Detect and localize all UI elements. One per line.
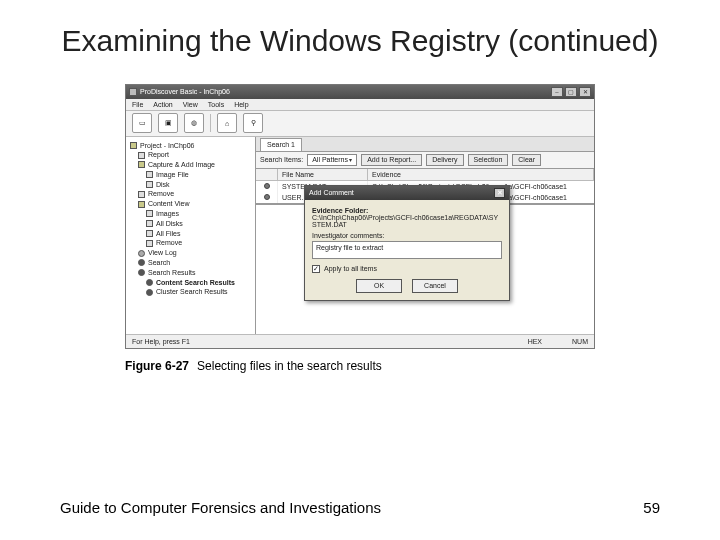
folder-icon bbox=[138, 161, 145, 168]
tree-add[interactable]: Capture & Add Image bbox=[128, 160, 253, 170]
tree-contentview[interactable]: Content View bbox=[128, 199, 253, 209]
figure-caption: Figure 6-27Selecting files in the search… bbox=[125, 359, 595, 373]
apply-all-checkbox[interactable]: ✓ Apply to all items bbox=[312, 265, 502, 273]
doc-icon bbox=[146, 220, 153, 227]
doc-icon bbox=[146, 210, 153, 217]
investigator-comments-input[interactable]: Registry file to extract bbox=[312, 241, 502, 259]
search-icon bbox=[138, 259, 145, 266]
status-help-text: For Help, press F1 bbox=[132, 338, 190, 345]
add-to-report-button[interactable]: Add to Report... bbox=[361, 154, 422, 166]
tree-searchresults-label: Search Results bbox=[148, 268, 195, 278]
delivery-button[interactable]: Delivery bbox=[426, 154, 463, 166]
tree-remove[interactable]: Remove bbox=[128, 189, 253, 199]
tree-report[interactable]: Report bbox=[128, 150, 253, 160]
slide-title: Examining the Windows Registry (continue… bbox=[0, 0, 720, 60]
patterns-dropdown[interactable]: All Patterns▾ bbox=[307, 154, 357, 166]
search-tabs: Search 1 bbox=[256, 137, 594, 151]
menubar: File Action View Tools Help bbox=[126, 99, 594, 111]
tree-disk-label: Disk bbox=[156, 180, 170, 190]
tree-contentsearch[interactable]: Content Search Results bbox=[128, 278, 253, 288]
toolbar-open-button[interactable]: ▣ bbox=[158, 113, 178, 133]
tree-imagefile-label: Image File bbox=[156, 170, 189, 180]
home-icon: ⌂ bbox=[225, 120, 229, 127]
menu-action[interactable]: Action bbox=[153, 101, 172, 108]
status-hex: HEX bbox=[528, 338, 542, 345]
tree-alldisks[interactable]: All Disks bbox=[128, 219, 253, 229]
search-icon bbox=[146, 279, 153, 286]
toolbar-save-button[interactable]: ◍ bbox=[184, 113, 204, 133]
tree-panel: Project - InChp06 Report Capture & Add I… bbox=[126, 137, 256, 334]
toolbar: ▭ ▣ ◍ ⌂ ⚲ bbox=[126, 111, 594, 137]
tree-allfiles[interactable]: All Files bbox=[128, 229, 253, 239]
disk-icon: ◍ bbox=[191, 119, 197, 127]
patterns-dropdown-value: All Patterns bbox=[312, 156, 348, 163]
doc-icon bbox=[146, 240, 153, 247]
doc-icon bbox=[146, 181, 153, 188]
menu-help[interactable]: Help bbox=[234, 101, 248, 108]
tree-contentsearch-label: Content Search Results bbox=[156, 278, 235, 288]
menu-file[interactable]: File bbox=[132, 101, 143, 108]
tree-clustersearch[interactable]: Cluster Search Results bbox=[128, 287, 253, 297]
tree-contentview-label: Content View bbox=[148, 199, 190, 209]
clear-button[interactable]: Clear bbox=[512, 154, 541, 166]
dialog-title: Add Comment bbox=[309, 189, 354, 196]
tree-root[interactable]: Project - InChp06 bbox=[128, 141, 253, 151]
page-number: 59 bbox=[643, 499, 660, 516]
app-icon bbox=[129, 88, 137, 96]
tab-search1[interactable]: Search 1 bbox=[260, 138, 302, 151]
col-evidence[interactable]: Evidence bbox=[368, 169, 594, 180]
app-window: ProDiscover Basic - InChp06 – ▢ ✕ File A… bbox=[125, 84, 595, 349]
cancel-button[interactable]: Cancel bbox=[412, 279, 458, 293]
dialog-titlebar: Add Comment ✕ bbox=[305, 186, 509, 200]
window-title: ProDiscover Basic - InChp06 bbox=[140, 88, 230, 95]
tree-images-label: Images bbox=[156, 209, 179, 219]
search-bar: Search Items: All Patterns▾ Add to Repor… bbox=[256, 151, 594, 169]
tree-images[interactable]: Images bbox=[128, 209, 253, 219]
tree-remove2[interactable]: Remove bbox=[128, 238, 253, 248]
toolbar-search-button[interactable]: ⚲ bbox=[243, 113, 263, 133]
window-titlebar: ProDiscover Basic - InChp06 – ▢ ✕ bbox=[126, 85, 594, 99]
results-header: File Name Evidence bbox=[256, 169, 594, 181]
add-comment-dialog: Add Comment ✕ Evidence Folder: C:\InChp\… bbox=[304, 185, 510, 301]
col-status[interactable] bbox=[256, 169, 278, 180]
doc-icon bbox=[146, 171, 153, 178]
maximize-button[interactable]: ▢ bbox=[565, 87, 577, 97]
toolbar-new-button[interactable]: ▭ bbox=[132, 113, 152, 133]
figure-caption-text: Selecting files in the search results bbox=[197, 359, 382, 373]
status-icon bbox=[264, 183, 270, 189]
folder-icon bbox=[138, 201, 145, 208]
selection-button[interactable]: Selection bbox=[468, 154, 509, 166]
evidence-folder-value: C:\InChp\Chap06\Projects\GCFI-ch06case1a… bbox=[312, 214, 502, 228]
tree-viewlog-label: View Log bbox=[148, 248, 177, 258]
folder-icon: ▣ bbox=[165, 119, 172, 127]
col-filename[interactable]: File Name bbox=[278, 169, 368, 180]
tree-viewlog[interactable]: View Log bbox=[128, 248, 253, 258]
search-icon: ⚲ bbox=[251, 119, 256, 127]
evidence-folder-label: Evidence Folder: bbox=[312, 207, 502, 214]
menu-view[interactable]: View bbox=[183, 101, 198, 108]
tree-disk[interactable]: Disk bbox=[128, 180, 253, 190]
minimize-button[interactable]: – bbox=[551, 87, 563, 97]
tree-remove-label: Remove bbox=[148, 189, 174, 199]
doc-icon bbox=[146, 230, 153, 237]
file-icon: ▭ bbox=[139, 119, 146, 127]
close-button[interactable]: ✕ bbox=[579, 87, 591, 97]
ok-button[interactable]: OK bbox=[356, 279, 402, 293]
figure: ProDiscover Basic - InChp06 – ▢ ✕ File A… bbox=[125, 84, 595, 373]
checkbox-icon: ✓ bbox=[312, 265, 320, 273]
gear-icon bbox=[138, 250, 145, 257]
dialog-close-button[interactable]: ✕ bbox=[494, 188, 505, 198]
chevron-down-icon: ▾ bbox=[349, 156, 352, 163]
tree-searchresults[interactable]: Search Results bbox=[128, 268, 253, 278]
figure-number: Figure 6-27 bbox=[125, 359, 189, 373]
tree-imagefile[interactable]: Image File bbox=[128, 170, 253, 180]
tree-search[interactable]: Search bbox=[128, 258, 253, 268]
investigator-comments-label: Investigator comments: bbox=[312, 232, 502, 239]
tree-allfiles-label: All Files bbox=[156, 229, 181, 239]
tree-report-label: Report bbox=[148, 150, 169, 160]
toolbar-divider bbox=[210, 114, 211, 132]
tree-add-label: Capture & Add Image bbox=[148, 160, 215, 170]
menu-tools[interactable]: Tools bbox=[208, 101, 224, 108]
tree-remove2-label: Remove bbox=[156, 238, 182, 248]
toolbar-home-button[interactable]: ⌂ bbox=[217, 113, 237, 133]
